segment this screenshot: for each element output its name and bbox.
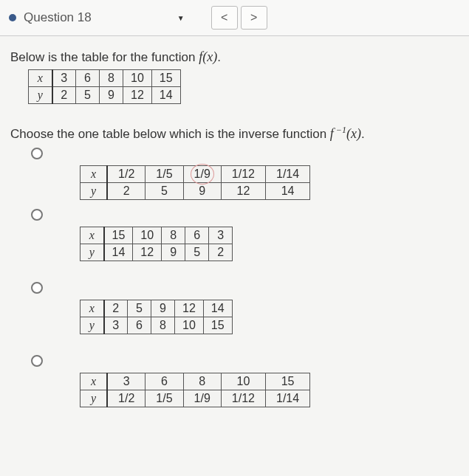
radio-option-1[interactable] xyxy=(31,148,43,159)
option-3: x2591214y3681015 xyxy=(31,280,459,339)
table-row: x1510863 xyxy=(81,227,233,244)
table-row: y2591214 xyxy=(81,183,310,200)
option-table-2: x1510863y1412952 xyxy=(80,227,233,261)
option-table-3: x2591214y3681015 xyxy=(80,300,233,334)
x-label: x xyxy=(29,70,52,87)
function-fx: f(x) xyxy=(199,49,217,64)
radio-option-4[interactable] xyxy=(31,355,43,367)
question-title: Question 18 xyxy=(24,10,92,25)
fx-table: x 3 6 8 10 15 y 2 5 9 12 14 xyxy=(28,69,181,104)
cell: 6 xyxy=(185,227,209,244)
finv-arg: (x) xyxy=(346,126,361,141)
cell: 1/12 xyxy=(221,390,265,407)
prompt-1-text: Below is the table for the function xyxy=(10,50,199,64)
cell: 1/9 xyxy=(183,390,221,407)
table-row: x1/21/51/91/121/14 xyxy=(81,166,310,183)
nav-buttons: < > xyxy=(211,6,267,30)
y-label: y xyxy=(81,183,108,200)
cell: 5 xyxy=(146,183,183,200)
cell: 5 xyxy=(76,87,100,104)
table-row: x 3 6 8 10 15 xyxy=(29,70,181,87)
cell: 2 xyxy=(104,300,128,317)
finv-exp: −1 xyxy=(334,125,346,135)
cell: 6 xyxy=(76,70,100,87)
cell: 10 xyxy=(123,70,152,87)
answer-options: x1/21/51/91/121/14y2591214x1510863y14129… xyxy=(10,146,459,412)
option-table-1: x1/21/51/91/121/14y2591214 xyxy=(80,165,310,200)
cell: 12 xyxy=(175,300,204,317)
cell: 12 xyxy=(221,183,265,200)
table-row: x2591214 xyxy=(81,300,233,317)
cell: 3 xyxy=(52,70,76,87)
cell: 14 xyxy=(151,87,180,104)
option-body: x1/21/51/91/121/14y2591214 xyxy=(80,164,310,204)
option-body: x3681015y1/21/51/91/121/14 xyxy=(80,371,310,412)
option-table-4: x3681015y1/21/51/91/121/14 xyxy=(80,373,310,407)
cell: 1/14 xyxy=(266,166,310,183)
cell: 1/2 xyxy=(107,390,146,407)
cell: 9 xyxy=(151,300,175,317)
y-label: y xyxy=(29,87,52,104)
y-label: y xyxy=(81,390,108,407)
table-row: x3681015 xyxy=(81,373,310,390)
question-dropdown[interactable]: ▼ xyxy=(173,10,189,27)
table-row: y1/21/51/91/121/14 xyxy=(81,390,310,407)
cell: 15 xyxy=(151,70,180,87)
cell: 2 xyxy=(107,183,146,200)
table-row: y1412952 xyxy=(81,244,233,261)
cell: 2 xyxy=(52,87,76,104)
radio-option-3[interactable] xyxy=(31,282,43,294)
cell: 1/14 xyxy=(266,390,310,407)
option-1: x1/21/51/91/121/14y2591214 xyxy=(31,146,459,204)
next-button[interactable]: > xyxy=(241,6,267,30)
cell: 15 xyxy=(266,373,310,390)
function-finv: f −1(x) xyxy=(330,126,361,141)
question-content: Below is the table for the function f(x)… xyxy=(0,36,469,440)
cell: 2 xyxy=(209,244,233,261)
cell: 3 xyxy=(209,227,233,244)
cell: 3 xyxy=(104,317,128,334)
prompt-2-text: Choose the one table below which is the … xyxy=(10,127,330,141)
cell: 9 xyxy=(162,244,185,261)
cell: 15 xyxy=(104,227,133,244)
prev-button[interactable]: < xyxy=(211,6,238,30)
cell: 14 xyxy=(266,183,310,200)
cell: 10 xyxy=(221,373,265,390)
option-body: x2591214y3681015 xyxy=(80,298,233,339)
x-label: x xyxy=(81,166,108,183)
cell: 15 xyxy=(203,317,232,334)
cell: 14 xyxy=(203,300,232,317)
table-row: y 2 5 9 12 14 xyxy=(29,87,181,104)
cell: 12 xyxy=(123,87,152,104)
y-label: y xyxy=(81,244,104,261)
prompt-2: Choose the one table below which is the … xyxy=(10,125,459,142)
cell: 8 xyxy=(100,70,123,87)
option-4: x3681015y1/21/51/91/121/14 xyxy=(31,353,459,412)
option-body: x1510863y1412952 xyxy=(80,225,233,266)
cell: 6 xyxy=(128,317,151,334)
cell: 8 xyxy=(151,317,175,334)
cell: 6 xyxy=(146,373,183,390)
cell: 3 xyxy=(107,373,146,390)
option-2: x1510863y1412952 xyxy=(31,207,459,266)
cell: 8 xyxy=(183,373,221,390)
cell: 1/5 xyxy=(146,166,183,183)
question-header: Question 18 ▼ < > xyxy=(0,0,469,36)
cell: 1/12 xyxy=(221,166,265,183)
x-label: x xyxy=(81,227,104,244)
x-label: x xyxy=(81,373,108,390)
cell: 14 xyxy=(104,244,133,261)
x-label: x xyxy=(81,300,104,317)
prompt-1: Below is the table for the function f(x)… xyxy=(10,49,459,65)
cell: 1/9 xyxy=(183,166,221,183)
radio-option-2[interactable] xyxy=(31,209,43,221)
cell: 9 xyxy=(183,183,221,200)
cell: 1/5 xyxy=(146,390,183,407)
cell: 5 xyxy=(185,244,209,261)
table-row: y3681015 xyxy=(81,317,233,334)
cell: 1/2 xyxy=(107,166,146,183)
prompt-1-post: . xyxy=(217,50,221,64)
bullet-icon xyxy=(9,14,16,21)
y-label: y xyxy=(81,317,104,334)
cell: 10 xyxy=(133,227,162,244)
